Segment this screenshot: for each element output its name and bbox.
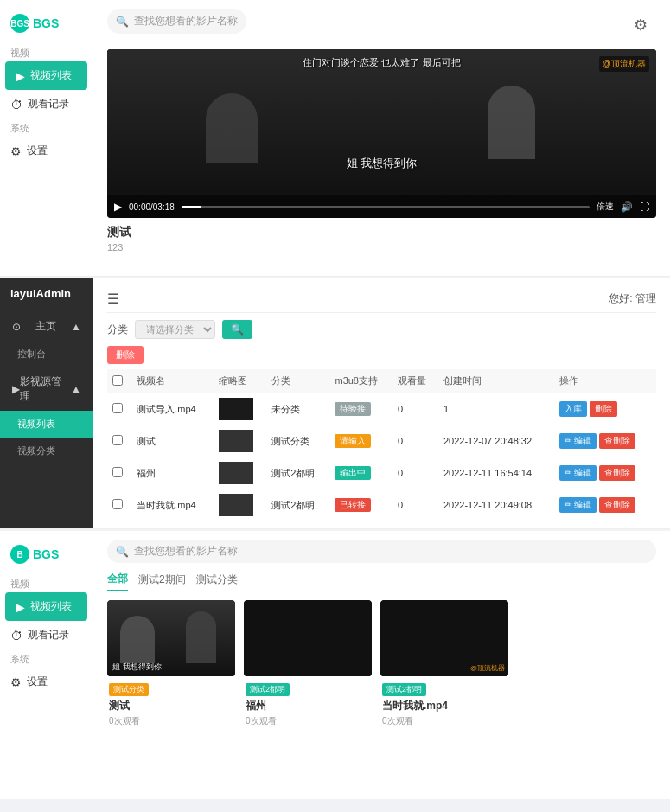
table-header-row: 视频名 缩略图 分类 m3u8支持 观看量 创建时间 操作 — [107, 369, 656, 393]
cell-created: 2022-12-07 20:48:32 — [438, 425, 554, 457]
speed-button[interactable]: 倍速 — [597, 201, 614, 213]
edit-button[interactable]: ✏ 编辑 — [559, 465, 597, 481]
cell-category: 测试2都明 — [266, 457, 329, 489]
main-content-2: ☰ 您好: 管理 分类 请选择分类 🔍 删除 视频名 缩略图 分类 m3u8支持… — [93, 278, 670, 528]
edit-button[interactable]: ✏ 编辑 — [559, 433, 597, 449]
video-controls: ▶ 00:00/03:18 倍速 🔊 ⛶ — [107, 195, 656, 218]
video-card[interactable]: ▶ 测试2都明 福州 0次观看 — [244, 600, 372, 731]
fullscreen-button[interactable]: ⛶ — [640, 201, 649, 212]
select-all-checkbox[interactable] — [112, 375, 123, 386]
thumbnail — [219, 398, 253, 420]
admin-menu: ⊙ 主页 ▲ 控制台 ▶ 影视源管理 ▲ 视频列表 视频分类 — [0, 309, 93, 468]
media-icon: ▶ — [12, 383, 20, 395]
history-icon: ⏱ — [10, 98, 22, 112]
cell-name: 测试 — [131, 425, 214, 457]
sidebar-section-label-3: 视频 — [0, 574, 93, 592]
sidebar-item-settings-3[interactable]: ⚙ 设置 — [0, 668, 93, 696]
thumbnail — [219, 462, 253, 484]
progress-bar[interactable] — [182, 206, 590, 208]
row-checkbox[interactable] — [112, 435, 123, 445]
delete-row-button[interactable]: 查删除 — [599, 465, 635, 481]
video-table: 视频名 缩略图 分类 m3u8支持 观看量 创建时间 操作 测试导入.mp4 未… — [107, 369, 656, 521]
gear-icon-1[interactable]: ⚙ — [634, 16, 648, 35]
sidebar-item-media[interactable]: ▶ 影视源管理 ▲ — [0, 368, 93, 411]
sidebar-item-video-category[interactable]: 视频分类 — [0, 438, 93, 464]
section-admin-panel: layuiAdmin ⊙ 主页 ▲ 控制台 ▶ 影视源管理 ▲ 视频列表 视频分… — [0, 278, 670, 529]
video-subtitle: 姐 我想得到你 — [347, 156, 418, 171]
tab-all[interactable]: 全部 — [107, 572, 128, 591]
search-bar-1[interactable]: 🔍 查找您想看的影片名称 — [107, 9, 246, 34]
card-watermark-3: @顶流机器 — [470, 663, 505, 673]
tab-row: 全部 测试2期间 测试分类 — [107, 572, 656, 591]
sidebar-item-watch-history[interactable]: ⏱ 观看记录 — [0, 90, 93, 118]
table-row: 当时我就.mp4 测试2都明 已转接 0 2022-12-11 20:49:08… — [107, 489, 656, 521]
search-button-admin[interactable]: 🔍 — [222, 320, 252, 339]
col-category: 分类 — [266, 369, 329, 393]
status-badge: 输出中 — [335, 466, 371, 480]
delete-row-button[interactable]: 查删除 — [599, 497, 635, 513]
sidebar-item-video-list-3[interactable]: ▶ 视频列表 — [5, 592, 87, 621]
cell-category: 测试2都明 — [266, 489, 329, 521]
card-title-2: 福州 — [246, 699, 370, 713]
cell-thumb — [214, 425, 266, 457]
cell-created: 2022-12-11 20:49:08 — [438, 489, 554, 521]
cell-thumb — [214, 393, 266, 425]
logo-2: layuiAdmin — [0, 278, 93, 309]
section-video-player: BGS BGS 视频 ▶ 视频列表 ⏱ 观看记录 系统 ⚙ 设置 🔍 查找您想看… — [0, 0, 670, 277]
video-thumbnail-1: ▶ 姐 我想得到你 — [107, 600, 235, 676]
cell-category: 测试分类 — [266, 425, 329, 457]
search-bar-3[interactable]: 🔍 查找您想看的影片名称 — [107, 540, 656, 563]
sidebar-item-watch-history-3[interactable]: ⏱ 观看记录 — [0, 621, 93, 649]
cell-m3u8: 请输入 — [329, 425, 392, 457]
sidebar-item-dashboard[interactable]: 控制台 — [0, 341, 93, 368]
logo-icon-3: B — [10, 545, 29, 564]
sidebar-section-label-2: 系统 — [0, 118, 93, 137]
tab-test2[interactable]: 测试2期间 — [138, 572, 186, 591]
main-content-1: 🔍 查找您想看的影片名称 ⚙ 住门对门谈个恋爱 也太难了 最后可把 @顶流机器 … — [93, 0, 670, 276]
sidebar-item-home[interactable]: ⊙ 主页 ▲ — [0, 312, 93, 341]
card-thumb-text-1: 姐 我想得到你 — [112, 662, 162, 673]
category-select[interactable]: 请选择分类 — [135, 320, 215, 339]
video-card[interactable]: ▶ @顶流机器 测试2都明 当时我就.mp4 0次观看 — [380, 600, 508, 731]
tab-test-category[interactable]: 测试分类 — [196, 572, 238, 591]
edit-button[interactable]: ✏ 编辑 — [559, 497, 597, 513]
col-actions: 操作 — [554, 369, 656, 393]
cell-m3u8: 待验接 — [329, 393, 392, 425]
sidebar-item-video-list[interactable]: ▶ 视频列表 — [5, 61, 87, 90]
row-checkbox[interactable] — [112, 499, 123, 509]
video-card[interactable]: ▶ 姐 我想得到你 测试分类 测试 0次观看 — [107, 600, 235, 731]
sidebar-item-video-list-admin[interactable]: 视频列表 — [0, 411, 93, 438]
video-thumbnail-2: ▶ — [244, 600, 372, 676]
table-row: 福州 测试2都明 输出中 0 2022-12-11 16:54:14 ✏ 编辑 … — [107, 457, 656, 489]
delete-row-button[interactable]: 删除 — [590, 401, 617, 417]
delete-button[interactable]: 删除 — [107, 346, 144, 364]
card-category-2: 测试2都明 — [246, 683, 290, 696]
admin-topbar: ☰ 您好: 管理 — [107, 285, 656, 313]
volume-button[interactable]: 🔊 — [621, 201, 633, 213]
status-badge: 待验接 — [335, 402, 371, 416]
cell-created: 2022-12-11 16:54:14 — [438, 457, 554, 489]
cell-actions: ✏ 编辑 查删除 — [554, 457, 656, 489]
status-badge: 已转接 — [335, 498, 371, 512]
search-icon-3: 🔍 — [116, 546, 129, 558]
cell-views: 0 — [392, 489, 438, 521]
play-pause-button[interactable]: ▶ — [114, 201, 122, 213]
hamburger-icon[interactable]: ☰ — [107, 291, 119, 307]
logo-text-2: layuiAdmin — [10, 287, 71, 300]
delete-row-button[interactable]: 查删除 — [599, 433, 635, 449]
search-icon-1: 🔍 — [116, 16, 129, 28]
sidebar-item-settings[interactable]: ⚙ 设置 — [0, 137, 93, 165]
video-thumbnail-3: ▶ @顶流机器 — [380, 600, 508, 676]
col-created: 创建时间 — [438, 369, 554, 393]
cell-thumb — [214, 489, 266, 521]
import-button[interactable]: 入库 — [559, 401, 587, 417]
cell-name: 测试导入.mp4 — [131, 393, 214, 425]
settings-icon-3: ⚙ — [10, 675, 22, 689]
video-icon-3: ▶ — [16, 600, 25, 614]
row-checkbox[interactable] — [112, 467, 123, 477]
history-icon-3: ⏱ — [10, 629, 22, 643]
video-player: 住门对门谈个恋爱 也太难了 最后可把 @顶流机器 ▶ 姐 我想得到你 ▶ 00:… — [107, 49, 656, 218]
row-checkbox[interactable] — [112, 403, 123, 413]
sidebar-section-label-1: 视频 — [0, 43, 93, 61]
section-video-list: B BGS 视频 ▶ 视频列表 ⏱ 观看记录 系统 ⚙ 设置 🔍 查找您想看的影… — [0, 531, 670, 799]
